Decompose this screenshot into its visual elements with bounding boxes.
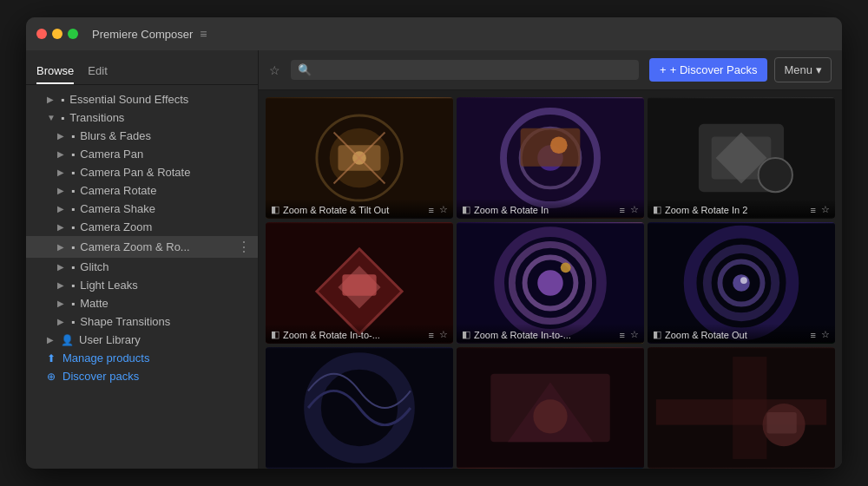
search-input[interactable] — [317, 63, 632, 76]
svg-point-23 — [537, 270, 562, 295]
titlebar: Premiere Composer ≡ — [26, 17, 842, 50]
folder-icon: ▪ — [71, 203, 75, 215]
svg-rect-11 — [521, 128, 581, 167]
tab-bar: Browse Edit — [26, 57, 258, 85]
grid-item-overlay: ◧ Zoom & Rotate In 2 ≡ ☆ — [648, 199, 835, 219]
tab-edit[interactable]: Edit — [88, 64, 107, 84]
sidebar-label: Camera Pan & Rotate — [80, 166, 190, 179]
app-title-text: Premiere Composer — [92, 28, 193, 41]
menu-label: Menu — [784, 63, 812, 76]
more-icon[interactable]: ≡ — [811, 205, 816, 215]
sidebar-item-blurs-fades[interactable]: ▶ ▪ Blurs & Fades — [26, 127, 258, 145]
folder-icon: ▪ — [61, 112, 64, 124]
chevron-right-icon: ▶ — [57, 242, 68, 252]
star-icon[interactable]: ☆ — [439, 204, 448, 215]
sidebar-label: Camera Rotate — [80, 184, 156, 197]
discover-packs-button[interactable]: + + Discover Packs — [649, 58, 767, 82]
sidebar-label: Discover packs — [62, 370, 139, 383]
sidebar-item-camera-zoom-ro[interactable]: ▶ ▪ Camera Zoom & Ro... ⋮ — [26, 236, 258, 258]
chevron-right-icon: ▶ — [57, 204, 68, 213]
grid-item-overlay: ◧ Zoom & Rotate Out ≡ ☆ — [648, 324, 835, 344]
grid-item[interactable]: ◧ Zoom & Rotate & Tilt Out ≡ ☆ — [266, 97, 453, 219]
grid-item-label: ◧ Zoom & Rotate In-to-... — [271, 329, 380, 340]
favorites-star-icon[interactable]: ☆ — [269, 63, 280, 77]
clip-icon: ◧ — [271, 204, 279, 215]
grid-item[interactable]: ◧ Zoom & Rotate Out ≡ ☆ — [648, 222, 835, 344]
sidebar-item-camera-shake[interactable]: ▶ ▪ Camera Shake — [26, 200, 258, 218]
app-title: Premiere Composer ≡ — [92, 27, 207, 41]
folder-icon: ▪ — [71, 130, 75, 142]
sidebar-item-camera-pan[interactable]: ▶ ▪ Camera Pan — [26, 145, 258, 163]
svg-point-12 — [550, 136, 568, 154]
more-icon[interactable]: ≡ — [429, 330, 434, 340]
sidebar-item-matte[interactable]: ▶ ▪ Matte — [26, 294, 258, 312]
grid-item[interactable]: ◧ Zoom & Rotate In 2 ≡ ☆ — [648, 97, 835, 219]
search-bar[interactable]: 🔍 — [291, 60, 639, 80]
sidebar-item-shape-transitions[interactable]: ▶ ▪ Shape Transitions — [26, 312, 258, 331]
hamburger-icon[interactable]: ≡ — [200, 27, 207, 41]
grid-item-actions: ≡ ☆ — [429, 204, 448, 215]
grid-item-actions: ≡ ☆ — [811, 204, 830, 215]
content-grid: ◧ Zoom & Rotate & Tilt Out ≡ ☆ — [259, 90, 842, 469]
clip-icon: ◧ — [462, 329, 470, 340]
star-icon[interactable]: ☆ — [630, 204, 639, 215]
menu-button[interactable]: Menu ▾ — [774, 57, 832, 82]
sidebar-item-manage-products[interactable]: ⬆ Manage products — [26, 349, 258, 367]
sidebar-item-discover-packs[interactable]: ⊕ Discover packs — [26, 367, 258, 385]
grid-item-actions: ≡ ☆ — [811, 329, 830, 340]
grid-item-label: ◧ Zoom & Rotate In-to-... — [462, 329, 571, 340]
star-icon[interactable]: ☆ — [630, 329, 639, 340]
sidebar-item-essential-sound-effects[interactable]: ▶ ▪ Essential Sound Effects — [26, 90, 258, 108]
sidebar-item-light-leaks[interactable]: ▶ ▪ Light Leaks — [26, 276, 258, 294]
grid-item[interactable]: ◧ Zoom & Rotate In-to-... ≡ ☆ — [266, 222, 453, 344]
grid-item[interactable] — [266, 347, 453, 469]
sidebar-item-user-library[interactable]: ▶ 👤 User Library — [26, 331, 258, 349]
content-area: ☆ 🔍 + + Discover Packs Menu ▾ — [259, 50, 842, 469]
close-button[interactable] — [36, 29, 47, 39]
svg-rect-40 — [766, 412, 796, 434]
sidebar-label: User Library — [79, 333, 141, 346]
grid-item-overlay: ◧ Zoom & Rotate In ≡ ☆ — [457, 199, 644, 219]
sidebar-item-camera-rotate[interactable]: ▶ ▪ Camera Rotate — [26, 181, 258, 200]
sidebar-label: Glitch — [80, 260, 108, 273]
folder-icon: ▪ — [71, 241, 75, 253]
chevron-right-icon: ▶ — [57, 167, 68, 177]
more-icon[interactable]: ≡ — [811, 330, 816, 340]
maximize-button[interactable] — [68, 29, 78, 39]
chevron-right-icon: ▶ — [57, 317, 68, 326]
grid-item-overlay: ◧ Zoom & Rotate In-to-... ≡ ☆ — [457, 324, 644, 344]
grid-item[interactable] — [457, 347, 644, 469]
chevron-right-icon: ▶ — [57, 222, 68, 232]
sidebar-item-glitch[interactable]: ▶ ▪ Glitch — [26, 258, 258, 276]
traffic-lights — [36, 29, 78, 39]
discover-packs-label: + Discover Packs — [670, 63, 758, 76]
chevron-right-icon: ▶ — [57, 131, 68, 141]
main-area: Browse Edit ▶ ▪ Essential Sound Effects … — [26, 50, 842, 469]
star-icon[interactable]: ☆ — [821, 204, 830, 215]
grid-item[interactable]: ◧ Zoom & Rotate In ≡ ☆ — [457, 97, 644, 219]
grid-item-actions: ≡ ☆ — [620, 329, 639, 340]
grid-item[interactable] — [648, 347, 835, 469]
more-options-icon[interactable]: ⋮ — [237, 239, 251, 255]
grid-item-actions: ≡ ☆ — [620, 204, 639, 215]
more-icon[interactable]: ≡ — [429, 205, 434, 215]
tab-browse[interactable]: Browse — [36, 64, 74, 84]
minimize-button[interactable] — [52, 29, 62, 39]
clip-icon: ◧ — [271, 329, 279, 340]
user-library-icon: 👤 — [61, 334, 74, 346]
star-icon[interactable]: ☆ — [439, 329, 448, 340]
sidebar-item-camera-zoom[interactable]: ▶ ▪ Camera Zoom — [26, 218, 258, 236]
sidebar-item-transitions[interactable]: ▼ ▪ Transitions — [26, 108, 258, 127]
more-icon[interactable]: ≡ — [620, 205, 625, 215]
sidebar-item-camera-pan-rotate[interactable]: ▶ ▪ Camera Pan & Rotate — [26, 163, 258, 181]
svg-point-24 — [561, 262, 571, 273]
sidebar-label: Camera Shake — [80, 202, 155, 215]
star-icon[interactable]: ☆ — [821, 329, 830, 340]
clip-icon: ◧ — [653, 204, 661, 215]
chevron-right-icon: ▶ — [47, 95, 57, 104]
grid-item-overlay: ◧ Zoom & Rotate & Tilt Out ≡ ☆ — [266, 199, 453, 219]
svg-point-29 — [733, 274, 750, 292]
grid-item[interactable]: ◧ Zoom & Rotate In-to-... ≡ ☆ — [457, 222, 644, 344]
more-icon[interactable]: ≡ — [620, 330, 625, 340]
sidebar-label: Matte — [80, 297, 108, 310]
